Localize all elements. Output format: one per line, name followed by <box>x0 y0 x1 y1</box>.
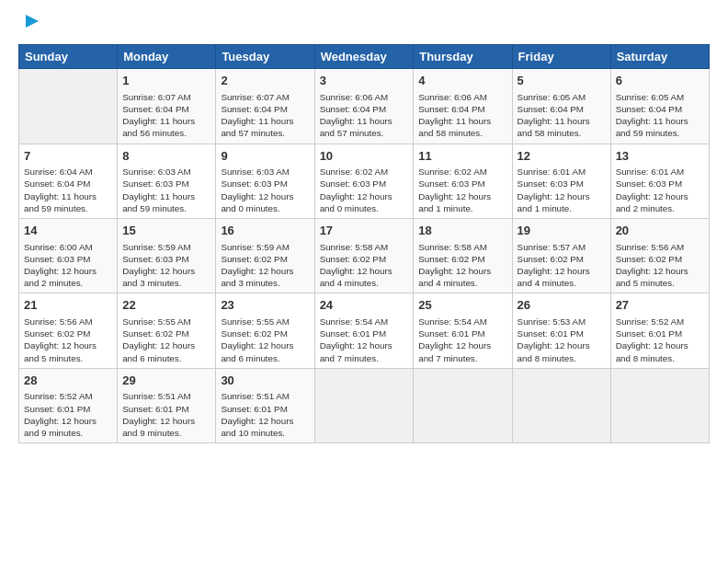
day-info-line: Sunrise: 5:55 AM <box>122 316 191 327</box>
calendar-cell: 13Sunrise: 6:01 AMSunset: 6:03 PMDayligh… <box>610 144 709 218</box>
day-number: 12 <box>518 148 606 165</box>
day-number: 25 <box>418 297 506 314</box>
day-info: Sunrise: 6:03 AMSunset: 6:03 PMDaylight:… <box>122 166 210 214</box>
calendar-cell: 19Sunrise: 5:57 AMSunset: 6:02 PMDayligh… <box>512 219 610 293</box>
calendar-cell <box>19 69 118 144</box>
day-number: 11 <box>418 148 506 165</box>
day-info: Sunrise: 6:04 AMSunset: 6:04 PMDaylight:… <box>24 166 112 214</box>
calendar-table: SundayMondayTuesdayWednesdayThursdayFrid… <box>18 44 710 443</box>
day-info-line: Daylight: 12 hours <box>418 340 491 350</box>
day-info: Sunrise: 5:51 AMSunset: 6:01 PMDaylight:… <box>122 390 210 439</box>
day-info-line: Sunrise: 5:56 AM <box>616 242 685 252</box>
weekday-header-sunday: Sunday <box>19 45 118 69</box>
calendar-week-row: 14Sunrise: 6:00 AMSunset: 6:03 PMDayligh… <box>19 219 710 293</box>
calendar-cell: 30Sunrise: 5:51 AMSunset: 6:01 PMDayligh… <box>216 368 314 442</box>
calendar-cell: 2Sunrise: 6:07 AMSunset: 6:04 PMDaylight… <box>216 69 314 144</box>
day-number: 20 <box>616 223 704 239</box>
day-info-line: Sunrise: 5:54 AM <box>320 316 389 327</box>
calendar-cell: 23Sunrise: 5:55 AMSunset: 6:02 PMDayligh… <box>216 293 314 368</box>
day-info-line: Sunset: 6:04 PM <box>518 104 584 114</box>
day-number: 29 <box>122 373 210 389</box>
day-info-line: and 6 minutes. <box>221 353 279 363</box>
calendar-cell: 15Sunrise: 5:59 AMSunset: 6:03 PMDayligh… <box>118 219 216 293</box>
day-info-line: Sunrise: 5:53 AM <box>518 316 586 327</box>
day-info-line: Sunrise: 5:59 AM <box>221 242 290 252</box>
day-number: 26 <box>518 297 606 314</box>
calendar-week-row: 7Sunrise: 6:04 AMSunset: 6:04 PMDaylight… <box>19 144 710 218</box>
day-info-line: Daylight: 11 hours <box>221 116 293 126</box>
day-info-line: and 0 minutes. <box>221 203 279 213</box>
day-number: 10 <box>320 148 409 165</box>
day-info-line: Sunset: 6:01 PM <box>418 328 484 339</box>
day-info-line: Sunset: 6:02 PM <box>418 254 484 264</box>
day-info-line: Daylight: 11 hours <box>122 191 195 201</box>
calendar-cell: 29Sunrise: 5:51 AMSunset: 6:01 PMDayligh… <box>118 368 216 442</box>
calendar-week-row: 1Sunrise: 6:07 AMSunset: 6:04 PMDaylight… <box>19 69 710 144</box>
calendar-cell: 11Sunrise: 6:02 AMSunset: 6:03 PMDayligh… <box>414 144 512 218</box>
day-info-line: Sunset: 6:01 PM <box>122 404 188 414</box>
day-info: Sunrise: 5:59 AMSunset: 6:03 PMDaylight:… <box>122 241 210 290</box>
day-number: 9 <box>221 148 309 165</box>
day-info-line: Sunrise: 5:51 AM <box>221 391 290 401</box>
day-number: 4 <box>418 73 506 89</box>
day-info-line: Sunset: 6:01 PM <box>24 404 90 414</box>
day-info-line: and 3 minutes. <box>221 278 279 288</box>
day-info-line: Daylight: 11 hours <box>320 116 392 126</box>
day-info-line: Daylight: 12 hours <box>24 416 97 426</box>
day-info-line: Daylight: 12 hours <box>221 266 293 276</box>
day-number: 17 <box>320 223 409 239</box>
day-info: Sunrise: 6:02 AMSunset: 6:03 PMDaylight:… <box>320 166 409 214</box>
day-info-line: Sunrise: 6:04 AM <box>24 167 93 177</box>
day-info-line: Sunrise: 6:02 AM <box>320 167 389 177</box>
logo <box>18 15 42 37</box>
day-info-line: Sunset: 6:02 PM <box>616 254 682 264</box>
day-info: Sunrise: 5:53 AMSunset: 6:01 PMDaylight:… <box>518 316 606 364</box>
day-info-line: Sunrise: 6:01 AM <box>518 167 586 177</box>
day-info: Sunrise: 6:06 AMSunset: 6:04 PMDaylight:… <box>320 91 409 140</box>
day-number: 18 <box>418 223 506 239</box>
day-info-line: Sunset: 6:01 PM <box>221 404 287 414</box>
day-info-line: and 2 minutes. <box>24 278 83 288</box>
weekday-header-monday: Monday <box>118 45 216 69</box>
calendar-cell: 4Sunrise: 6:06 AMSunset: 6:04 PMDaylight… <box>414 69 512 144</box>
day-info-line: Sunset: 6:04 PM <box>616 104 682 114</box>
day-info-line: and 59 minutes. <box>122 203 187 213</box>
day-info-line: and 8 minutes. <box>518 353 576 363</box>
day-info: Sunrise: 6:06 AMSunset: 6:04 PMDaylight:… <box>418 91 506 140</box>
day-info-line: and 58 minutes. <box>418 128 483 138</box>
calendar-cell <box>314 368 414 442</box>
day-info-line: Sunset: 6:01 PM <box>320 328 386 339</box>
day-info: Sunrise: 5:54 AMSunset: 6:01 PMDaylight:… <box>320 316 409 364</box>
day-info-line: Sunrise: 5:58 AM <box>320 242 389 252</box>
day-info-line: Sunrise: 5:56 AM <box>24 316 93 327</box>
day-info-line: and 5 minutes. <box>616 278 675 288</box>
day-info-line: and 59 minutes. <box>616 128 680 138</box>
calendar-cell: 24Sunrise: 5:54 AMSunset: 6:01 PMDayligh… <box>314 293 414 368</box>
day-info-line: Daylight: 12 hours <box>122 340 195 350</box>
calendar-cell: 9Sunrise: 6:03 AMSunset: 6:03 PMDaylight… <box>216 144 314 218</box>
day-info: Sunrise: 6:01 AMSunset: 6:03 PMDaylight:… <box>616 166 704 214</box>
day-info-line: Sunrise: 5:59 AM <box>122 242 191 252</box>
day-info-line: Daylight: 12 hours <box>221 340 293 350</box>
day-info: Sunrise: 5:56 AMSunset: 6:02 PMDaylight:… <box>616 241 704 290</box>
day-info-line: and 2 minutes. <box>616 203 675 213</box>
day-info-line: Sunset: 6:03 PM <box>616 178 682 189</box>
day-info-line: Daylight: 12 hours <box>320 340 392 350</box>
day-info-line: Daylight: 11 hours <box>518 116 590 126</box>
day-info-line: Daylight: 12 hours <box>616 266 688 276</box>
day-info: Sunrise: 6:02 AMSunset: 6:03 PMDaylight:… <box>418 166 506 214</box>
day-info-line: Sunrise: 6:00 AM <box>24 242 93 252</box>
calendar-cell: 14Sunrise: 6:00 AMSunset: 6:03 PMDayligh… <box>19 219 118 293</box>
day-info-line: Daylight: 11 hours <box>24 191 97 201</box>
day-number: 22 <box>122 297 210 314</box>
day-info-line: Daylight: 12 hours <box>24 340 97 350</box>
day-info-line: Sunset: 6:03 PM <box>518 178 584 189</box>
day-info-line: and 5 minutes. <box>24 353 83 363</box>
weekday-header-thursday: Thursday <box>414 45 512 69</box>
day-info-line: and 7 minutes. <box>418 353 477 363</box>
day-info-line: Daylight: 11 hours <box>122 116 195 126</box>
calendar-body: 1Sunrise: 6:07 AMSunset: 6:04 PMDaylight… <box>19 69 710 443</box>
day-info-line: Sunset: 6:02 PM <box>320 254 386 264</box>
day-info-line: Daylight: 12 hours <box>616 191 688 201</box>
weekday-header-friday: Friday <box>512 45 610 69</box>
